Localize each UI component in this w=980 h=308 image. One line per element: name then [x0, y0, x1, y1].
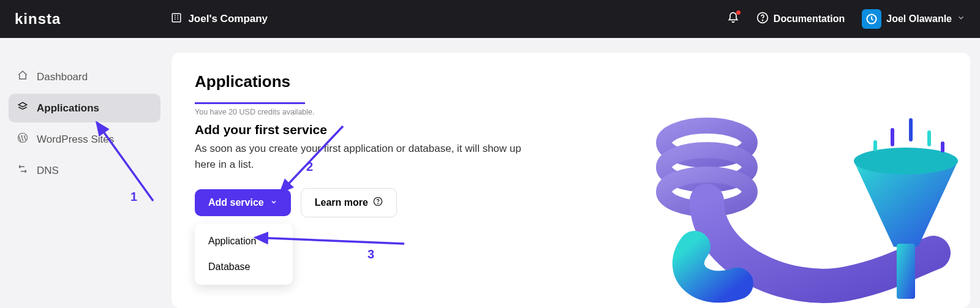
annotation-label-3: 3 — [368, 247, 374, 261]
svg-rect-15 — [873, 140, 877, 151]
sidebar-item-label: DNS — [37, 165, 59, 177]
notifications-button[interactable] — [727, 12, 739, 26]
sidebar: Dashboard Applications WordPress Sites D… — [0, 38, 172, 308]
section-description: As soon as you create your first applica… — [195, 141, 538, 172]
add-service-button[interactable]: Add service — [195, 189, 291, 216]
sidebar-item-applications[interactable]: Applications — [9, 94, 160, 122]
svg-point-10 — [854, 148, 958, 175]
learn-more-label: Learn more — [315, 197, 368, 208]
help-icon — [373, 197, 383, 209]
avatar — [862, 9, 881, 29]
page-title: Applications — [195, 72, 947, 91]
chevron-down-icon — [270, 197, 277, 208]
layers-icon — [17, 101, 28, 115]
wordpress-icon — [17, 132, 28, 146]
documentation-link[interactable]: Documentation — [756, 12, 845, 26]
sidebar-item-wordpress[interactable]: WordPress Sites — [9, 125, 160, 154]
user-menu[interactable]: Joel Olawanle — [862, 9, 965, 29]
dns-icon — [17, 163, 28, 178]
svg-point-8 — [664, 150, 750, 184]
svg-rect-11 — [897, 244, 915, 299]
dropdown-item-application[interactable]: Application — [195, 228, 293, 254]
learn-more-button[interactable]: Learn more — [301, 188, 397, 217]
notification-dot-icon — [736, 10, 741, 15]
credits-text: You have 20 USD credits available. — [195, 108, 947, 116]
sidebar-item-label: Applications — [37, 102, 99, 115]
accent-divider — [195, 102, 305, 104]
sidebar-item-label: WordPress Sites — [37, 133, 114, 146]
main-panel: Applications You have 20 USD credits ava… — [172, 53, 970, 308]
building-icon — [171, 12, 182, 26]
user-name: Joel Olawanle — [886, 13, 952, 24]
sidebar-item-dashboard[interactable]: Dashboard — [9, 62, 160, 91]
add-service-label: Add service — [208, 197, 264, 208]
top-header: KINSTA Joel's Company Documentation Joel… — [0, 0, 980, 38]
chevron-down-icon — [957, 13, 965, 24]
svg-rect-16 — [941, 141, 944, 152]
help-icon — [756, 12, 769, 26]
company-name: Joel's Company — [188, 13, 268, 25]
dropdown-item-database[interactable]: Database — [195, 254, 293, 280]
sidebar-item-label: Dashboard — [37, 71, 88, 83]
add-service-dropdown: Application Database — [195, 223, 293, 285]
home-icon — [17, 70, 28, 84]
kinsta-logo: KINSTA — [15, 10, 61, 28]
company-selector[interactable]: Joel's Company — [171, 12, 268, 26]
section-subtitle: Add your first service — [195, 122, 947, 137]
documentation-label: Documentation — [774, 13, 845, 24]
svg-point-2 — [762, 20, 763, 21]
sidebar-item-dns[interactable]: DNS — [9, 156, 160, 185]
svg-rect-0 — [173, 13, 181, 22]
svg-point-6 — [377, 203, 378, 204]
